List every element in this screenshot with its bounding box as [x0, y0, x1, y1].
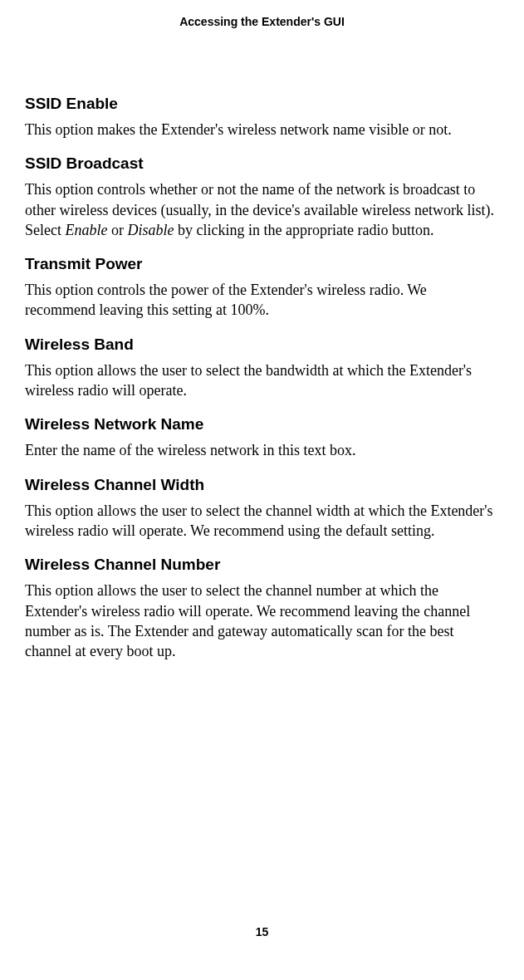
body-italic-text: Disable [127, 222, 174, 238]
body-text: Enter the name of the wireless network i… [25, 442, 355, 458]
body-text: This option controls the power of the Ex… [25, 282, 427, 318]
section: SSID EnableThis option makes the Extende… [25, 95, 499, 140]
sections-container: SSID EnableThis option makes the Extende… [25, 95, 499, 661]
section-body: This option allows the user to select th… [25, 360, 499, 401]
section-body: Enter the name of the wireless network i… [25, 440, 499, 460]
body-text: This option makes the Extender's wireles… [25, 121, 452, 138]
section-heading: Wireless Channel Number [25, 556, 499, 574]
section-heading: Wireless Channel Width [25, 476, 499, 494]
section-body: This option controls whether or not the … [25, 179, 499, 240]
body-text: by clicking in the appropriate radio but… [174, 222, 433, 238]
body-text: This option allows the user to select th… [25, 582, 470, 659]
section: Wireless BandThis option allows the user… [25, 336, 499, 401]
section-body: This option makes the Extender's wireles… [25, 120, 499, 140]
section-heading: Wireless Network Name [25, 415, 499, 434]
section: Wireless Network NameEnter the name of t… [25, 415, 499, 460]
section-heading: Wireless Band [25, 336, 499, 354]
section-body: This option controls the power of the Ex… [25, 280, 499, 321]
section-body: This option allows the user to select th… [25, 501, 499, 541]
section: Transmit PowerThis option controls the p… [25, 255, 499, 321]
section: SSID BroadcastThis option controls wheth… [25, 154, 499, 240]
section-heading: SSID Enable [25, 95, 499, 113]
page-header: Accessing the Extender's GUI [25, 15, 499, 28]
section-heading: Transmit Power [25, 255, 499, 273]
section-body: This option allows the user to select th… [25, 581, 499, 661]
body-text: or [107, 222, 127, 238]
body-text: This option allows the user to select th… [25, 362, 472, 399]
section-heading: SSID Broadcast [25, 154, 499, 173]
section: Wireless Channel NumberThis option allow… [25, 556, 499, 661]
body-text: This option allows the user to select th… [25, 502, 493, 539]
body-italic-text: Enable [65, 222, 107, 238]
page-number: 15 [0, 925, 524, 938]
section: Wireless Channel WidthThis option allows… [25, 476, 499, 541]
